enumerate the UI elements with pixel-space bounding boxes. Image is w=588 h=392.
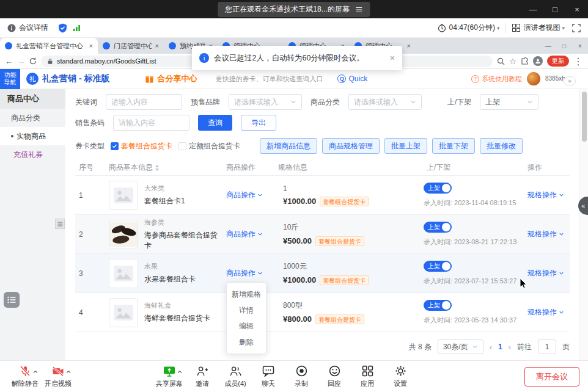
watching-banner[interactable]: 您正在观看金禾通技术王斌18...的屏幕 xyxy=(218,2,370,17)
meeting-timer[interactable]: 04:47(60分钟) xyxy=(449,23,495,33)
tab-close-icon[interactable]: × xyxy=(155,42,159,49)
browser-tab[interactable]: 门店管理中心 × xyxy=(98,38,164,54)
shelf-select[interactable]: 上架 xyxy=(480,94,538,110)
category-select-value: 请选择或输入 xyxy=(354,97,398,107)
batch-off-shelf-button[interactable]: 批量下架 xyxy=(432,138,475,154)
banner-menu-icon[interactable] xyxy=(356,7,363,13)
spec-action-link[interactable]: 规格操作 xyxy=(527,307,564,318)
apps-button[interactable]: 应用 xyxy=(351,365,384,388)
shelf-toggle[interactable]: 上架 xyxy=(424,183,452,194)
view-caret-icon[interactable]: ▾ xyxy=(562,25,565,31)
fullscreen-icon[interactable] xyxy=(572,24,581,32)
browser-close-icon[interactable]: × xyxy=(572,43,588,49)
share-options-caret-icon[interactable] xyxy=(177,368,182,375)
search-icon[interactable] xyxy=(497,57,505,65)
invite-button[interactable]: 邀请 xyxy=(186,365,219,388)
members-button[interactable]: 成员(4) xyxy=(219,365,252,388)
shelf-toggle[interactable]: 上架 xyxy=(424,300,452,311)
reactions-button[interactable]: 回应 xyxy=(318,365,351,388)
spec-action-link[interactable]: 规格操作 xyxy=(527,229,564,239)
shelf-toggle[interactable]: 上架 xyxy=(424,261,452,272)
tutorial-link[interactable]: ? 系统使用教程 xyxy=(471,74,522,84)
keyword-input[interactable] xyxy=(106,94,182,110)
start-video-button[interactable]: 开启视频 xyxy=(42,365,75,388)
bookmark-star-icon[interactable]: ☆ xyxy=(509,57,516,66)
function-nav-button[interactable]: 功能 导航 xyxy=(0,69,20,89)
toast-close-icon[interactable]: × xyxy=(390,53,395,63)
control-label: 共享屏幕 xyxy=(156,379,183,388)
batch-edit-button[interactable]: 批量修改 xyxy=(480,138,523,154)
page-scrollbar[interactable] xyxy=(579,89,588,360)
menu-item-delete[interactable]: 删除 xyxy=(227,334,266,350)
timer-caret-icon[interactable]: ▾ xyxy=(497,25,500,31)
tab-close-icon[interactable]: × xyxy=(89,42,93,49)
shield-check-icon[interactable] xyxy=(58,23,67,33)
browser-minimize-icon[interactable]: — xyxy=(540,43,556,49)
sidebar-item-physical-goods[interactable]: 实物商品 xyxy=(0,127,65,145)
sidebar-item-recharge-coupon[interactable]: 充值礼券 xyxy=(0,145,65,164)
spec-action-link[interactable]: 规格操作 xyxy=(527,268,564,278)
settings-button[interactable]: 设置 xyxy=(384,365,417,388)
leave-meeting-button[interactable]: 离开会议 xyxy=(524,367,579,387)
question-icon: ? xyxy=(471,75,479,83)
goods-action-link[interactable]: 商品操作 xyxy=(226,229,263,239)
sidebar-collapse-handle[interactable] xyxy=(55,219,65,229)
goods-action-link-open[interactable]: 商品操作 xyxy=(226,268,263,278)
tab-close-icon[interactable]: × xyxy=(407,42,411,49)
menu-item-edit[interactable]: 编辑 xyxy=(227,318,266,334)
back-icon[interactable]: ← xyxy=(5,57,13,65)
sort-icon[interactable] xyxy=(155,164,160,172)
forward-icon[interactable]: → xyxy=(17,57,25,65)
brand-logo[interactable]: 礼 礼盒营销 - 标准版 xyxy=(26,73,109,85)
browser-maximize-icon[interactable]: □ xyxy=(556,43,572,49)
brand-select[interactable]: 请选择或输入 xyxy=(229,94,302,110)
next-page-icon[interactable]: › xyxy=(509,343,511,352)
maximize-button[interactable]: □ xyxy=(544,0,566,18)
batch-on-shelf-button[interactable]: 批量上架 xyxy=(384,138,427,154)
goto-page-input[interactable] xyxy=(538,339,556,354)
signal-bars-icon[interactable] xyxy=(73,24,81,31)
sidebar-item-goods-category[interactable]: 商品分类 xyxy=(0,109,65,127)
tutorial-label: 系统使用教程 xyxy=(482,74,522,84)
spec-action-link[interactable]: 规格操作 xyxy=(527,190,564,200)
extensions-icon[interactable] xyxy=(521,57,529,65)
barcode-input[interactable] xyxy=(113,115,189,131)
page-size-select[interactable]: 30条/页 xyxy=(438,339,483,354)
prev-page-icon[interactable]: ‹ xyxy=(490,343,492,352)
goods-action-link[interactable]: 商品操作 xyxy=(226,190,263,200)
user-avatar[interactable] xyxy=(527,72,540,85)
reload-icon[interactable] xyxy=(29,57,37,65)
minimize-button[interactable]: — xyxy=(522,0,544,18)
menu-item-detail[interactable]: 详情 xyxy=(227,302,266,318)
scrollbar-thumb[interactable] xyxy=(582,92,587,142)
browser-tab-active[interactable]: 礼盒营销平台管理中心 × xyxy=(0,38,98,54)
share-center-link[interactable]: 合分享中心 xyxy=(145,73,197,84)
view-mode-selector[interactable]: 演讲者视图 xyxy=(523,23,560,33)
expand-panel-button[interactable]: » xyxy=(564,76,576,85)
unmute-button[interactable]: 解除静音 xyxy=(9,365,42,388)
category-select[interactable]: 请选择或输入 xyxy=(348,94,422,110)
floating-list-widget[interactable] xyxy=(4,292,20,308)
share-screen-button[interactable]: 共享屏幕 xyxy=(153,365,186,388)
card-type-tag: 套餐组合提货卡 xyxy=(320,275,369,285)
close-button[interactable]: × xyxy=(566,0,588,18)
browser-profile-avatar[interactable] xyxy=(533,56,543,66)
checkbox-package-card[interactable]: 套餐组合提货卡 xyxy=(111,141,172,151)
chat-button[interactable]: 聊天 xyxy=(252,365,285,388)
checkbox-fixed-card[interactable]: 定额组合提货卡 xyxy=(178,141,240,151)
browser-menu-icon[interactable]: ⋮ xyxy=(573,56,583,67)
spec-manage-button[interactable]: 商品规格管理 xyxy=(322,138,380,154)
meeting-details-link[interactable]: 会议详情 xyxy=(19,23,48,33)
quick-search-link[interactable]: Q Quick xyxy=(337,74,367,83)
camera-options-caret-icon[interactable] xyxy=(66,368,71,375)
card-type-tag: 套餐组合提货卡 xyxy=(315,314,364,324)
browser-update-button[interactable]: 更新 xyxy=(547,56,569,67)
menu-item-add-spec[interactable]: 新增规格 xyxy=(227,286,266,302)
mic-options-caret-icon[interactable] xyxy=(33,368,38,375)
record-button[interactable]: 录制 xyxy=(285,365,318,388)
add-goods-button[interactable]: 新增商品信息 xyxy=(260,138,317,154)
shelf-toggle[interactable]: 上架 xyxy=(424,222,452,233)
export-button[interactable]: 导出 xyxy=(241,115,276,131)
search-button[interactable]: 查询 xyxy=(198,115,232,131)
current-page[interactable]: 1 xyxy=(498,343,502,351)
